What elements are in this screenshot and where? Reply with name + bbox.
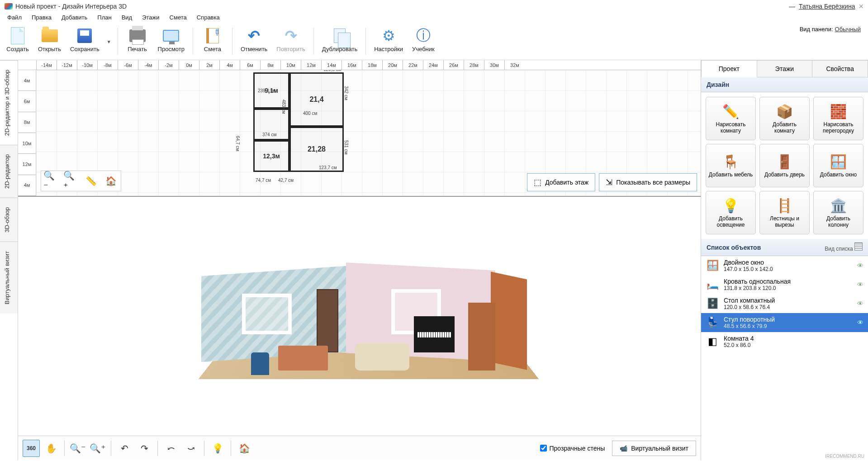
zoom-in-3d-button[interactable]: 🔍⁺ <box>89 440 106 457</box>
redo-button[interactable]: ↷Повторить <box>272 26 309 57</box>
lightbulb-icon: 💡 <box>722 197 739 214</box>
draw-partition-button[interactable]: 🧱Нарисовать перегородку <box>813 97 863 140</box>
menu-file[interactable]: Файл <box>3 13 26 22</box>
view-2d-canvas[interactable]: 9,1м 21,4 12,3м 21,28 400 см 374 см 483 … <box>36 70 701 196</box>
tilt-down-button[interactable]: ⤻ <box>182 440 199 457</box>
draw-room-button[interactable]: ✏️Нарисовать комнату <box>706 97 756 140</box>
add-furniture-button[interactable]: 🪑Добавить мебель <box>706 144 756 187</box>
side-tab-2d[interactable]: 2D-редактор <box>0 145 18 198</box>
add-room-button[interactable]: 📦Добавить комнату <box>759 97 810 140</box>
menu-bar: Файл Правка Добавить План Вид Этажи Смет… <box>0 12 868 23</box>
visibility-icon[interactable]: 👁 <box>857 300 863 307</box>
side-tab-3d[interactable]: 3D-обзор <box>0 198 18 242</box>
add-floor-button[interactable]: ⬚Добавить этаж <box>527 173 595 191</box>
zoom-in-button[interactable]: 🔍⁺ <box>63 173 79 189</box>
title-bar: Новый проект - Дизайн Интерьера 3D — Тат… <box>0 0 868 12</box>
brick-wall-icon: 🧱 <box>830 103 847 119</box>
measure-button[interactable]: 📏 <box>83 173 99 189</box>
stairs-cutouts-button[interactable]: 🪜Лестницы и вырезы <box>759 191 810 234</box>
add-column-button[interactable]: 🏛️Добавить колонну <box>813 191 863 234</box>
tab-project[interactable]: Проект <box>701 60 757 77</box>
lighting-button[interactable]: 💡 <box>209 440 226 457</box>
open-button[interactable]: Открыть <box>33 26 66 57</box>
side-view-tabs: 2D-редактор и 3D-обзор 2D-редактор 3D-об… <box>0 60 18 460</box>
floor-plan[interactable]: 9,1м 21,4 12,3м 21,28 400 см 374 см 483 … <box>253 72 348 183</box>
door-icon: 🚪 <box>776 153 793 170</box>
section-design-header: Дизайн <box>701 77 868 92</box>
list-view-icon[interactable] <box>854 242 863 251</box>
menu-help[interactable]: Справка <box>192 13 224 22</box>
monitor-icon <box>163 30 179 42</box>
object-item-window[interactable]: 🪟 Двойное окно147.0 x 15.0 x 142.0 👁 <box>701 256 868 275</box>
tab-floors[interactable]: Этажи <box>757 60 813 77</box>
pencil-room-icon: ✏️ <box>722 103 739 119</box>
tilt-up-button[interactable]: ⤺ <box>162 440 180 457</box>
piano-object <box>414 316 455 352</box>
object-item-room[interactable]: ◧ Комната 452.0 x 86.0 <box>701 332 868 351</box>
preview-button[interactable]: Просмотр <box>153 26 189 57</box>
zoom-out-3d-button[interactable]: 🔍⁻ <box>69 440 86 457</box>
home-view-button[interactable]: 🏠 <box>103 173 119 189</box>
stairs-icon: 🪜 <box>776 197 793 214</box>
room-item-icon: ◧ <box>706 335 719 348</box>
side-tab-vr[interactable]: Виртуальный визит <box>0 242 18 314</box>
layers-icon: ⬚ <box>534 177 541 187</box>
add-window-button[interactable]: 🪟Добавить окно <box>813 144 863 187</box>
panel-mode-link[interactable]: Обычный <box>835 26 861 33</box>
settings-button[interactable]: ⚙Настройки <box>370 26 408 57</box>
object-item-table[interactable]: 🗄️ Стол компактный120.0 x 58.6 x 76.4 👁 <box>701 294 868 313</box>
zoom-out-button[interactable]: 🔍⁻ <box>43 173 59 189</box>
view3d-toolbar: 360 ✋ 🔍⁻ 🔍⁺ ↶ ↷ ⤺ ⤻ 💡 🏠 Прозрачные стены… <box>18 436 701 460</box>
save-button[interactable]: Сохранить <box>66 26 104 57</box>
virtual-visit-button[interactable]: 📹Виртуальный визит <box>612 441 696 456</box>
view2d-tool-palette: 🔍⁻ 🔍⁺ 📏 🏠 <box>41 171 121 191</box>
window-close-icon[interactable]: × <box>859 2 863 11</box>
home-3d-button[interactable]: 🏠 <box>236 440 253 457</box>
transparent-walls-checkbox[interactable]: Прозрачные стены <box>540 445 605 452</box>
object-item-chair[interactable]: 💺 Стул поворотный48.5 x 56.6 x 79.9 👁 <box>701 313 868 332</box>
ruler-horizontal: -14м-12м-10м-8м-6м-4м-2м0м2м4м6м8м10м12м… <box>18 60 701 70</box>
folder-open-icon <box>42 29 58 42</box>
sofa-object <box>355 343 409 371</box>
orbit-360-button[interactable]: 360 <box>23 440 40 457</box>
estimate-button[interactable]: Смета <box>197 26 228 57</box>
main-toolbar: Создать Открыть Сохранить ▼ Печать Просм… <box>0 23 868 60</box>
rotate-left-button[interactable]: ↶ <box>116 440 133 457</box>
new-button[interactable]: Создать <box>2 26 33 57</box>
visibility-icon[interactable]: 👁 <box>857 262 863 269</box>
menu-edit[interactable]: Правка <box>27 13 56 22</box>
tab-properties[interactable]: Свойства <box>812 60 868 77</box>
print-button[interactable]: Печать <box>122 26 153 57</box>
visibility-icon[interactable]: 👁 <box>857 281 863 288</box>
window-item-icon: 🪟 <box>706 259 719 272</box>
duplicate-button[interactable]: Дублировать <box>318 26 362 57</box>
undo-button[interactable]: ↶Отменить <box>236 26 272 57</box>
object-list: 🪟 Двойное окно147.0 x 15.0 x 142.0 👁 🛏️ … <box>701 256 868 460</box>
save-dropdown-icon[interactable]: ▼ <box>104 39 114 44</box>
user-name[interactable]: Татьяна Берёзкина <box>799 3 855 10</box>
add-lighting-button[interactable]: 💡Добавить освещение <box>706 191 756 234</box>
visibility-icon[interactable]: 👁 <box>857 319 863 326</box>
bulb-icon: 💡 <box>212 443 223 454</box>
show-dimensions-button[interactable]: ⇲Показывать все размеры <box>599 173 697 191</box>
object-item-bed[interactable]: 🛏️ Кровать односпальная131.8 x 203.8 x 1… <box>701 275 868 294</box>
menu-add[interactable]: Добавить <box>57 13 92 22</box>
scene-3d <box>201 262 518 389</box>
menu-plan[interactable]: План <box>93 13 116 22</box>
wardrobe-object <box>468 303 495 371</box>
pan-button[interactable]: ✋ <box>43 440 60 457</box>
right-panel: Проект Этажи Свойства Дизайн ✏️Нарисоват… <box>701 60 868 460</box>
hand-icon: ✋ <box>46 443 57 454</box>
menu-floors[interactable]: Этажи <box>138 13 164 22</box>
side-tab-2d-3d[interactable]: 2D-редактор и 3D-обзор <box>0 60 18 145</box>
menu-view[interactable]: Вид <box>117 13 137 22</box>
dimensions-icon: ⇲ <box>606 177 612 187</box>
add-door-button[interactable]: 🚪Добавить дверь <box>759 144 810 187</box>
duplicate-icon <box>334 29 346 43</box>
redo-icon: ↷ <box>282 27 300 45</box>
view-3d-canvas[interactable] <box>18 197 701 436</box>
menu-estimate[interactable]: Смета <box>165 13 191 22</box>
tutorial-button[interactable]: ⓘУчебник <box>408 26 439 57</box>
app-icon <box>5 3 13 10</box>
rotate-right-button[interactable]: ↷ <box>136 440 153 457</box>
